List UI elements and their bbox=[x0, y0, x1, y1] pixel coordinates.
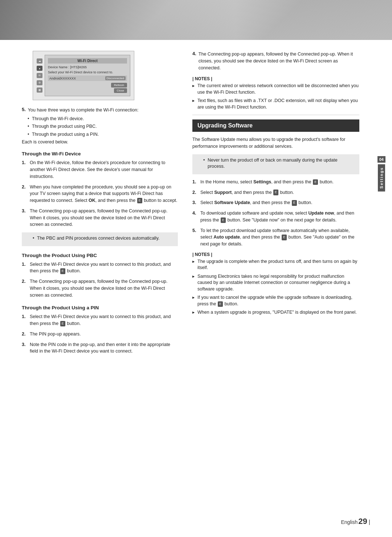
step-text: The PIN pop-up appears. bbox=[30, 331, 81, 338]
ok-button-icon: E bbox=[137, 198, 142, 204]
section-number: 04 bbox=[377, 156, 385, 163]
list-item: 3. Select Software Update, and then pres… bbox=[192, 199, 359, 206]
list-item: 1. In the Home menu, select Settings, an… bbox=[192, 179, 359, 186]
wifi-icon-4: ⚙ bbox=[37, 80, 42, 85]
step-num: 1. bbox=[22, 159, 28, 180]
right-step4-text: The Connecting pop-up appears, followed … bbox=[199, 51, 359, 71]
step-num: 4. bbox=[192, 210, 198, 224]
list-item: 1. Select the Wi-Fi Direct device you wa… bbox=[22, 261, 178, 275]
footer: English 29 | bbox=[341, 517, 370, 526]
footer-page-number: 29 bbox=[358, 517, 367, 526]
button-icon: E bbox=[282, 235, 287, 240]
list-item: The upgrade is complete when the product… bbox=[192, 259, 359, 271]
step-text: Select the Wi-Fi Direct device you want … bbox=[30, 313, 178, 327]
step5-bullet-list: Through the Wi-Fi device. Through the pr… bbox=[28, 116, 178, 138]
notes-list-1: The current wired or wireless network co… bbox=[192, 83, 359, 110]
button-icon: E bbox=[292, 200, 297, 206]
step5-footer: Each is covered below. bbox=[22, 139, 178, 145]
step-text: Note the PIN code in the pop-up, and the… bbox=[30, 341, 178, 355]
list-item: 3. The Connecting pop-up appears, follow… bbox=[22, 208, 178, 228]
step-num: 3. bbox=[192, 199, 198, 206]
step5-container: 5. You have three ways to complete the W… bbox=[22, 107, 178, 145]
footer-pipe: | bbox=[369, 519, 370, 525]
notes-box-1: NOTES The current wired or wireless netw… bbox=[192, 76, 359, 110]
wifi-select-label: Select your Wi-Fi Direct device to conne… bbox=[48, 70, 127, 74]
notes-list-2: The upgrade is complete when the product… bbox=[192, 259, 359, 316]
divider bbox=[192, 115, 359, 115]
step-text: When you have completed the procedure, y… bbox=[30, 184, 178, 204]
step-num: 2. bbox=[22, 331, 28, 338]
button-icon: E bbox=[218, 301, 223, 307]
notes-label-2: NOTES bbox=[192, 252, 359, 257]
pbc-heading: Through the Product Using PBC bbox=[22, 253, 178, 258]
list-item: If you want to cancel the upgrade while … bbox=[192, 294, 359, 307]
button-icon: E bbox=[273, 190, 278, 195]
list-item: When a system upgrade is progress, "UPDA… bbox=[192, 309, 359, 316]
step-text: Select the Wi-Fi Direct device you want … bbox=[30, 261, 178, 275]
pbc-steps: 1. Select the Wi-Fi Direct device you wa… bbox=[22, 261, 178, 299]
list-item: The current wired or wireless network co… bbox=[192, 83, 359, 95]
list-item: Never turn the product off or back on ma… bbox=[203, 157, 354, 170]
upgrade-intro: The Software Update menu allows you to u… bbox=[192, 136, 359, 150]
list-item: 2. The Connecting pop-up appears, follow… bbox=[22, 278, 178, 298]
step-text: The Connecting pop-up appears, followed … bbox=[30, 208, 178, 228]
section-label-container: 04 Settings bbox=[377, 156, 385, 191]
step-text: Select Software Update, and then press t… bbox=[200, 199, 313, 206]
wifi-device-heading: Through the Wi-Fi Device bbox=[22, 151, 178, 156]
list-item: 4. To download update software and updat… bbox=[192, 210, 359, 224]
left-column: ☁ ● ✉ ⚙ ▦ Wi-Fi Direct Device Name : [HT… bbox=[22, 51, 178, 358]
wifi-device-steps: 1. On the Wi-Fi device, follow the devic… bbox=[22, 159, 178, 228]
top-banner bbox=[0, 0, 392, 40]
wifi-device-name-value: AndroidXXXXXXX bbox=[49, 77, 76, 80]
right-step4-num: 4. bbox=[192, 51, 196, 71]
list-item: 5. To let the product download update so… bbox=[192, 227, 359, 248]
wifi-icon-3: ✉ bbox=[37, 73, 42, 78]
wifi-buttons: Refresh Close bbox=[48, 83, 127, 93]
step-text: In the Home menu, select Settings, and t… bbox=[200, 179, 334, 186]
step-num: 1. bbox=[192, 179, 198, 186]
wifi-icon-5: ▦ bbox=[37, 88, 42, 93]
upgrade-highlight-list: Never turn the product off or back on ma… bbox=[203, 157, 354, 170]
wifi-device-name: Device Name : [HTS]M265 bbox=[48, 65, 127, 69]
step-text: To download update software and update n… bbox=[200, 210, 359, 224]
pbc-note-list: The PBC and PIN procedures connect devic… bbox=[33, 235, 173, 242]
wifi-device-row: AndroidXXXXXXX Disconnected bbox=[48, 76, 127, 81]
wifi-status: Disconnected bbox=[105, 76, 126, 80]
button-icon: E bbox=[60, 268, 65, 274]
step-text: To let the product download update softw… bbox=[200, 227, 359, 248]
step-num: 5. bbox=[192, 227, 198, 248]
list-item: Through the product using PBC. bbox=[28, 123, 178, 130]
step-text: The Connecting pop-up appears, followed … bbox=[30, 278, 178, 298]
wifi-direct-screenshot: ☁ ● ✉ ⚙ ▦ Wi-Fi Direct Device Name : [HT… bbox=[33, 51, 134, 100]
list-item: Samsung Electronics takes no legal respo… bbox=[192, 273, 359, 293]
wifi-direct-title: Wi-Fi Direct bbox=[48, 58, 127, 64]
button-icon: E bbox=[221, 217, 226, 223]
list-item: 2. When you have completed the procedure… bbox=[22, 184, 178, 204]
step-num: 1. bbox=[22, 313, 28, 327]
step-num: 3. bbox=[22, 208, 28, 228]
wifi-sidebar-icons: ☁ ● ✉ ⚙ ▦ bbox=[37, 55, 42, 96]
pin-heading: Through the Product Using a PIN bbox=[22, 305, 178, 310]
list-item: 2. Select Support, and then press the E … bbox=[192, 189, 359, 196]
step-num: 2. bbox=[192, 189, 198, 196]
list-item: Through the Wi-Fi device. bbox=[28, 116, 178, 122]
section-settings-label: Settings bbox=[378, 164, 385, 191]
wifi-icon-1: ☁ bbox=[37, 58, 42, 64]
step-text: On the Wi-Fi device, follow the device's… bbox=[30, 159, 178, 180]
wifi-close-btn: Close bbox=[114, 88, 127, 93]
pbc-note-box: The PBC and PIN procedures connect devic… bbox=[22, 232, 178, 246]
wifi-refresh-btn: Refresh bbox=[111, 83, 127, 88]
button-icon: E bbox=[313, 179, 318, 185]
step-num: 2. bbox=[22, 278, 28, 298]
list-item: 2. The PIN pop-up appears. bbox=[22, 331, 178, 338]
step5-intro: You have three ways to complete the Wi-F… bbox=[28, 107, 139, 114]
wifi-icon-2: ● bbox=[37, 66, 42, 71]
footer-language: English bbox=[341, 519, 358, 525]
notes-box-2: NOTES The upgrade is complete when the p… bbox=[192, 252, 359, 316]
list-item: 1. Select the Wi-Fi Direct device you wa… bbox=[22, 313, 178, 327]
upgrade-heading: Upgrading Software bbox=[192, 119, 359, 132]
list-item: 3. Note the PIN code in the pop-up, and … bbox=[22, 341, 178, 355]
upgrade-highlight-box: Never turn the product off or back on ma… bbox=[192, 154, 359, 174]
list-item: 1. On the Wi-Fi device, follow the devic… bbox=[22, 159, 178, 180]
list-item: The PBC and PIN procedures connect devic… bbox=[33, 235, 173, 242]
